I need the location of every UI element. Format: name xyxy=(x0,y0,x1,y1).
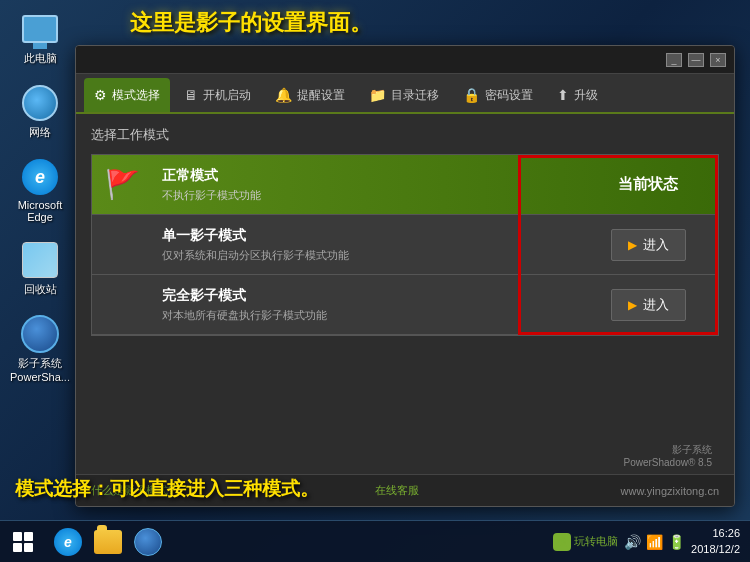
app-branding: 影子系统 PowerShadow® 8.5 xyxy=(623,443,712,468)
section-title: 选择工作模式 xyxy=(91,126,719,144)
single-mode-desc: 仅对系统和启动分区执行影子模式功能 xyxy=(162,248,568,263)
taskbar-folder-icon[interactable] xyxy=(90,524,126,560)
taskbar-shadow-icon[interactable] xyxy=(130,524,166,560)
content-area: 选择工作模式 🚩 正常模式 不执行影子模式功能 当前状态 xyxy=(76,114,734,474)
battery-icon[interactable]: 🔋 xyxy=(668,534,685,550)
tab-bar: ⚙ 模式选择 🖥 开机启动 🔔 提醒设置 📁 目录迁移 🔒 密码设置 ⬆ 升 xyxy=(76,74,734,114)
status-online-support[interactable]: 在线客服 xyxy=(375,483,419,498)
normal-mode-title: 正常模式 xyxy=(162,167,568,185)
desktop-icon-area: 此电脑 网络 e MicrosoftEdge 回收站 影子系统PowerSha.… xyxy=(10,10,70,383)
mode-row-full[interactable]: 完全影子模式 对本地所有硬盘执行影子模式功能 ▶ 进入 xyxy=(92,275,718,335)
current-status-text: 当前状态 xyxy=(618,175,678,194)
tab-reminder-icon: 🔔 xyxy=(275,87,292,103)
shadow-system-icon xyxy=(21,315,59,353)
single-enter-label: 进入 xyxy=(643,236,669,254)
tab-directory[interactable]: 📁 目录迁移 xyxy=(359,78,449,112)
taskbar-social[interactable]: 微 玩转电脑 xyxy=(553,533,618,551)
taskbar-shadow-shape xyxy=(134,528,162,556)
tab-password-label: 密码设置 xyxy=(485,87,533,104)
tab-reminder-label: 提醒设置 xyxy=(297,87,345,104)
taskbar-right: 微 玩转电脑 🔊 📶 🔋 16:26 2018/12/2 xyxy=(553,526,750,557)
title-bar-controls: _ — × xyxy=(666,53,726,67)
title-bar: _ — × xyxy=(76,46,734,74)
normal-mode-desc: 不执行影子模式功能 xyxy=(162,188,568,203)
full-mode-desc: 对本地所有硬盘执行影子模式功能 xyxy=(162,308,568,323)
single-enter-arrow-icon: ▶ xyxy=(628,238,637,252)
tab-directory-icon: 📁 xyxy=(369,87,386,103)
tab-mode-icon: ⚙ xyxy=(94,87,107,103)
tab-mode-label: 模式选择 xyxy=(112,87,160,104)
taskbar-edge-shape: e xyxy=(54,528,82,556)
desktop-icon-edge[interactable]: e MicrosoftEdge xyxy=(10,158,70,223)
desktop-icon-network[interactable]: 网络 xyxy=(10,84,70,140)
desktop-icon-recycle[interactable]: 回收站 xyxy=(10,241,70,297)
windows-logo-icon xyxy=(13,532,33,552)
network-icon xyxy=(22,85,58,121)
mode-row-single[interactable]: 单一影子模式 仅对系统和启动分区执行影子模式功能 ▶ 进入 xyxy=(92,215,718,275)
normal-mode-info: 正常模式 不执行影子模式功能 xyxy=(152,159,578,211)
volume-icon[interactable]: 🔊 xyxy=(624,534,641,550)
taskbar-items: e xyxy=(45,524,171,560)
desktop-icon-edge-label: MicrosoftEdge xyxy=(18,199,63,223)
wechat-icon: 微 xyxy=(553,533,571,551)
edge-icon: e xyxy=(22,159,58,195)
taskbar-folder-shape xyxy=(94,530,122,554)
taskbar-tray: 🔊 📶 🔋 xyxy=(624,534,685,550)
status-url: www.yingzixitong.cn xyxy=(621,485,719,497)
pc-icon xyxy=(22,15,58,43)
normal-mode-icon-area: 🚩 xyxy=(92,168,152,201)
mode-list: 🚩 正常模式 不执行影子模式功能 当前状态 单一影子模式 xyxy=(91,154,719,336)
desktop-icon-network-label: 网络 xyxy=(29,125,51,140)
full-mode-info: 完全影子模式 对本地所有硬盘执行影子模式功能 xyxy=(152,279,578,331)
tab-boot[interactable]: 🖥 开机启动 xyxy=(174,78,261,112)
start-button[interactable] xyxy=(0,521,45,563)
tab-password[interactable]: 🔒 密码设置 xyxy=(453,78,543,112)
annotation-top: 这里是影子的设置界面。 xyxy=(130,8,730,38)
tab-boot-icon: 🖥 xyxy=(184,87,198,103)
annotation-bottom: 模式选择：可以直接进入三种模式。 xyxy=(15,476,319,502)
full-mode-status: ▶ 进入 xyxy=(578,289,718,321)
flag-icon: 🚩 xyxy=(105,168,140,201)
tab-boot-label: 开机启动 xyxy=(203,87,251,104)
tab-upgrade-icon: ⬆ xyxy=(557,87,569,103)
maximize-button[interactable]: — xyxy=(688,53,704,67)
full-enter-label: 进入 xyxy=(643,296,669,314)
desktop-icon-pc[interactable]: 此电脑 xyxy=(10,10,70,66)
full-enter-arrow-icon: ▶ xyxy=(628,298,637,312)
taskbar-edge-icon[interactable]: e xyxy=(50,524,86,560)
taskbar: e 微 玩转电脑 🔊 📶 🔋 16:26 2018/12/2 xyxy=(0,520,750,562)
mode-row-normal[interactable]: 🚩 正常模式 不执行影子模式功能 当前状态 xyxy=(92,155,718,215)
taskbar-social-label: 玩转电脑 xyxy=(574,534,618,549)
close-button[interactable]: × xyxy=(710,53,726,67)
full-mode-title: 完全影子模式 xyxy=(162,287,568,305)
taskbar-clock: 16:26 2018/12/2 xyxy=(691,526,740,557)
tab-upgrade[interactable]: ⬆ 升级 xyxy=(547,78,608,112)
recycle-icon xyxy=(22,242,58,278)
desktop-icon-shadow-label: 影子系统PowerSha... xyxy=(10,356,70,383)
app-window: _ — × ⚙ 模式选择 🖥 开机启动 🔔 提醒设置 📁 目录迁移 xyxy=(75,45,735,507)
full-enter-button[interactable]: ▶ 进入 xyxy=(611,289,686,321)
tab-upgrade-label: 升级 xyxy=(574,87,598,104)
single-mode-status: ▶ 进入 xyxy=(578,229,718,261)
tab-mode-select[interactable]: ⚙ 模式选择 xyxy=(84,78,170,112)
branding-line1: 影子系统 xyxy=(623,443,712,457)
branding-line2: PowerShadow® 8.5 xyxy=(623,457,712,468)
normal-mode-status: 当前状态 xyxy=(578,175,718,194)
single-mode-title: 单一影子模式 xyxy=(162,227,568,245)
tab-reminder[interactable]: 🔔 提醒设置 xyxy=(265,78,355,112)
single-mode-info: 单一影子模式 仅对系统和启动分区执行影子模式功能 xyxy=(152,219,578,271)
desktop-icon-pc-label: 此电脑 xyxy=(24,51,57,66)
clock-date: 2018/12/2 xyxy=(691,542,740,557)
desktop-icon-shadow[interactable]: 影子系统PowerSha... xyxy=(10,315,70,383)
tab-directory-label: 目录迁移 xyxy=(391,87,439,104)
network-tray-icon[interactable]: 📶 xyxy=(646,534,663,550)
tab-password-icon: 🔒 xyxy=(463,87,480,103)
desktop: 这里是影子的设置界面。 此电脑 网络 e MicrosoftEdge 回收站 xyxy=(0,0,750,562)
clock-time: 16:26 xyxy=(691,526,740,541)
minimize-button[interactable]: _ xyxy=(666,53,682,67)
single-enter-button[interactable]: ▶ 进入 xyxy=(611,229,686,261)
desktop-icon-recycle-label: 回收站 xyxy=(24,282,57,297)
